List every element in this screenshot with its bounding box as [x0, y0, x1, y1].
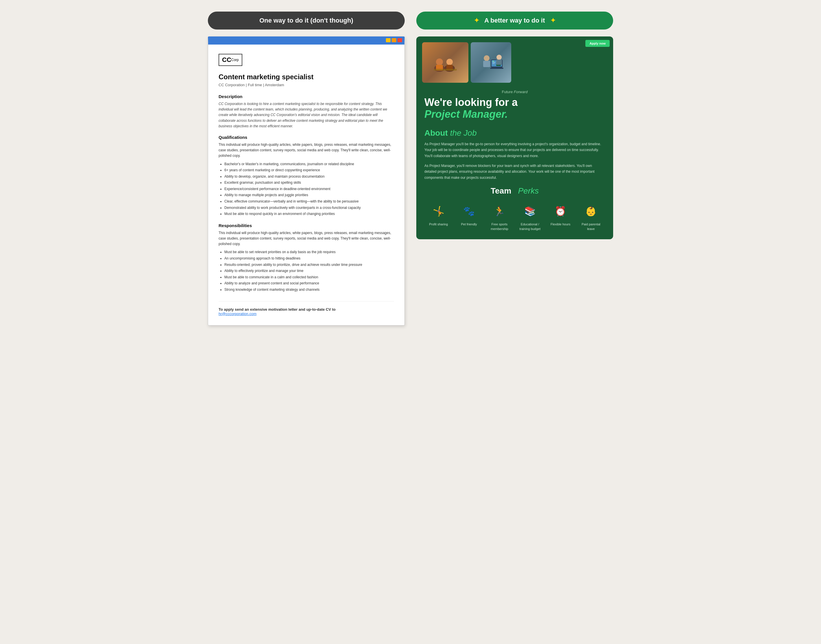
logo-corp: Corp [231, 58, 239, 62]
laptop-photo [471, 42, 511, 83]
qualifications-heading: Qualifications [218, 135, 394, 140]
left-header-text: One way to do it (don't though) [259, 17, 353, 24]
perks-normal: Team [491, 186, 511, 195]
perk-flexible-label: Flexible hours [550, 222, 570, 227]
svg-rect-12 [492, 62, 495, 63]
future-normal: Future [502, 90, 513, 94]
apply-email-link[interactable]: hr@cccorporation.com [218, 311, 257, 316]
description-body: CC Corporation is looking to hire a cont… [218, 101, 394, 129]
svg-rect-6 [434, 69, 457, 71]
svg-rect-17 [496, 60, 502, 65]
list-item: An uncompromising approach to hitting de… [224, 256, 394, 262]
job-meta: CC Corporation | Full time | Amsterdam [218, 83, 394, 87]
pet-friendly-icon: 🐾 [460, 202, 478, 220]
left-column: One way to do it (don't though) CCCorp C… [208, 12, 405, 325]
perk-education: 📚 Educational / training budget [518, 202, 542, 231]
svg-point-16 [497, 55, 502, 60]
about-section: About the Job As Project Manager you'll … [424, 129, 605, 181]
list-item: Must be able to respond quickly in an en… [224, 211, 394, 217]
svg-rect-13 [492, 63, 495, 64]
perk-pet-friendly: 🐾 Pet friendly [457, 202, 481, 231]
list-item: Ability to manage multiple projects and … [224, 192, 394, 198]
sparkle-right-icon: ✦ [550, 17, 555, 24]
about-italic: the Job [450, 129, 477, 137]
flexible-hours-icon: ⏰ [552, 202, 569, 220]
list-item: Ability to effectively prioritize and ma… [224, 268, 394, 274]
list-item: Must be able to set relevant priorities … [224, 249, 394, 256]
looking-for-line1: We're looking for a [424, 97, 605, 108]
future-forward: Future Forward [424, 90, 605, 94]
future-italic: Forward [514, 90, 528, 94]
svg-point-4 [446, 59, 453, 65]
list-item: Ability to analyze and present content a… [224, 281, 394, 287]
left-header-badge: One way to do it (don't though) [208, 12, 405, 29]
about-normal: About [424, 129, 448, 137]
right-header-text: A better way to do it [484, 17, 545, 24]
team-photo [422, 42, 468, 83]
svg-rect-15 [490, 68, 503, 69]
perk-flexible-hours: ⏰ Flexible hours [549, 202, 572, 231]
list-item: Experience/consistent performance in dea… [224, 186, 394, 192]
sparkle-left-icon: ✦ [474, 17, 479, 24]
svg-rect-8 [483, 61, 490, 67]
logo-cc: CC [222, 56, 231, 64]
responsibilities-list: Must be able to set relevant priorities … [218, 249, 394, 293]
qualifications-intro: This individual will produce high-qualit… [218, 142, 394, 159]
laptop-illustration [477, 51, 506, 74]
perk-parental-label: Paid parental leave [579, 222, 603, 231]
about-para1: As Project Manager you'll be the go-to p… [424, 141, 605, 159]
list-item: Demonstrated ability to work productivel… [224, 205, 394, 211]
close-icon[interactable] [397, 38, 402, 42]
job-title: Content marketing specialist [218, 73, 394, 81]
list-item: Excellent grammar, punctuation and spell… [224, 179, 394, 186]
team-illustration [431, 51, 460, 74]
profit-sharing-icon: 🤸 [430, 202, 447, 220]
sports-icon: 🏃 [491, 202, 508, 220]
looking-for-line2: Project Manager. [424, 108, 605, 120]
qualifications-list: Bachelor's or Master's in marketing, com… [218, 161, 394, 217]
window-controls [386, 38, 402, 42]
education-icon: 📚 [521, 202, 539, 220]
apply-section: To apply send an extensive motivation le… [218, 301, 394, 316]
perk-profit-sharing: 🤸 Profit sharing [427, 202, 450, 231]
svg-point-7 [484, 55, 489, 61]
list-item: Strong knowledge of content marketing st… [224, 287, 394, 293]
list-item: Clear, effective communicator—verbally a… [224, 198, 394, 205]
list-item: Bachelor's or Master's in marketing, com… [224, 161, 394, 167]
svg-rect-11 [492, 61, 494, 61]
perks-title: Team Perks [424, 186, 605, 196]
minimize-icon[interactable] [386, 38, 391, 42]
perk-sports: 🏃 Free sports membership [488, 202, 511, 231]
perk-pet-label: Pet friendly [461, 222, 477, 227]
boring-job-panel: CCCorp Content marketing specialist CC C… [208, 37, 405, 325]
description-heading: Description [218, 94, 394, 99]
maximize-icon[interactable] [392, 38, 396, 42]
perks-grid: 🤸 Profit sharing 🐾 Pet friendly 🏃 Free s… [424, 202, 605, 231]
perks-italic: Perks [518, 186, 539, 195]
about-para2: As Project Manager, you'll remove blocke… [424, 163, 605, 181]
team-photo-visual [422, 42, 468, 83]
boring-content: CCCorp Content marketing specialist CC C… [208, 44, 404, 325]
list-item: Results-oriented; proven ability to prio… [224, 262, 394, 268]
perk-education-label: Educational / training budget [518, 222, 542, 231]
list-item: 6+ years of content marketing or direct … [224, 167, 394, 173]
main-layout: One way to do it (don't though) CCCorp C… [208, 12, 613, 325]
good-panel-inner: Future Forward We're looking for a Proje… [416, 83, 613, 239]
good-job-panel: Apply now [416, 37, 613, 239]
list-item: Ability to develop, organize, and mainta… [224, 173, 394, 180]
parental-leave-icon: 👶 [582, 202, 600, 220]
perk-sports-label: Free sports membership [488, 222, 511, 231]
responsibilities-heading: Responsibilities [218, 223, 394, 228]
responsibilities-intro: This individual will produce high-qualit… [218, 230, 394, 247]
perk-parental-leave: 👶 Paid parental leave [579, 202, 603, 231]
company-logo: CCCorp [218, 54, 242, 66]
list-item: Must be able to communicate in a calm an… [224, 274, 394, 281]
apply-text: To apply send an extensive motivation le… [218, 307, 335, 311]
right-header-badge: ✦ A better way to do it ✦ [416, 12, 613, 29]
laptop-photo-visual [471, 42, 511, 83]
perk-profit-label: Profit sharing [429, 222, 448, 227]
right-column: ✦ A better way to do it ✦ Apply now [416, 12, 613, 325]
photos-row [416, 37, 613, 83]
svg-point-1 [436, 58, 443, 65]
apply-now-button[interactable]: Apply now [585, 40, 610, 47]
